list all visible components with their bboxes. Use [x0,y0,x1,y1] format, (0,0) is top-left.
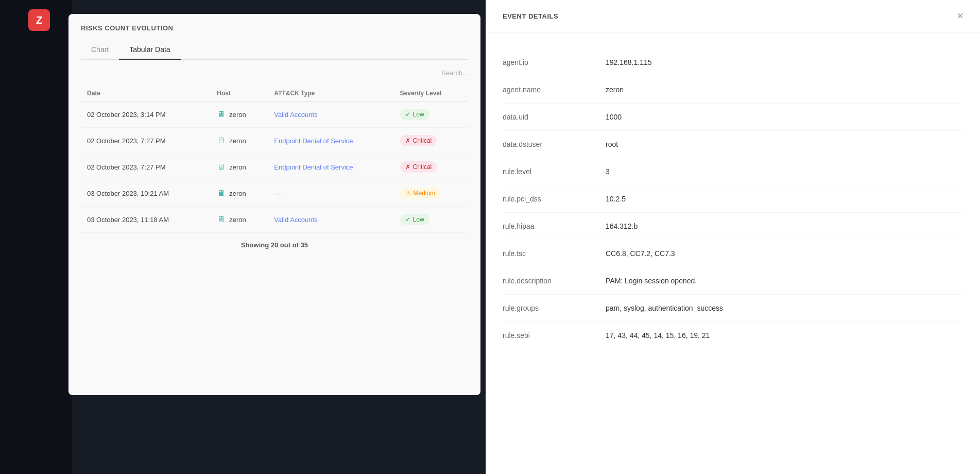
severity-label: Low [413,111,424,118]
cell-date: 02 October 2023, 3:14 PM [81,101,211,128]
detail-row: rule.pci_dss 10.2.5 [503,185,964,213]
detail-value: 10.2.5 [606,195,964,203]
monitor-icon: 🖥 [217,215,225,224]
event-panel-title: EVENT DETAILS [503,12,558,20]
col-host: Host [211,86,268,101]
detail-row: agent.name zeron [503,76,964,104]
host-name: zeron [229,111,246,118]
severity-label: Medium [414,190,436,197]
detail-label: agent.ip [503,58,606,66]
table-footer: Showing 20 out of 35 [68,233,480,257]
cell-severity: ✓ Low [394,207,468,233]
table-row[interactable]: 02 October 2023, 3:14 PM 🖥 zeron Valid A… [81,101,468,128]
detail-label: rule.pci_dss [503,195,606,203]
detail-label: rule.sebi [503,331,606,340]
cell-attack-type[interactable]: Valid Accounts [268,101,393,128]
host-name: zeron [229,216,246,224]
cell-host: 🖥 zeron [211,207,268,233]
monitor-icon: 🖥 [217,189,225,198]
detail-value: 164.312.b [606,222,964,230]
severity-icon: ✓ [405,216,410,223]
cell-severity: ✗ Critical [394,128,468,154]
severity-label: Critical [413,163,432,171]
tab-chart[interactable]: Chart [81,40,119,60]
severity-badge: ⚠ Medium [400,188,441,199]
event-panel-header: EVENT DETAILS × [486,0,980,32]
table-row[interactable]: 02 October 2023, 7:27 PM 🖥 zeron Endpoin… [81,154,468,180]
detail-value: CC6.8, CC7.2, CC7.3 [606,249,964,258]
detail-label: rule.hipaa [503,222,606,230]
cell-host: 🖥 zeron [211,101,268,128]
cell-host: 🖥 zeron [211,180,268,207]
detail-row: rule.description PAM: Login session open… [503,267,964,295]
detail-row: data.dstuser root [503,131,964,158]
close-button[interactable]: × [957,10,964,22]
detail-value: 17, 43, 44, 45, 14, 15, 16, 19, 21 [606,331,964,340]
detail-row: rule.level 3 [503,158,964,185]
cell-date: 02 October 2023, 7:27 PM [81,154,211,180]
detail-row: agent.ip 192.168.1.115 [503,49,964,76]
tab-tabular-data[interactable]: Tabular Data [119,40,180,60]
cell-attack-type[interactable]: Valid Accounts [268,207,393,233]
tabs-container: Chart Tabular Data [81,40,468,60]
severity-badge: ✓ Low [400,214,429,225]
cell-severity: ✓ Low [394,101,468,128]
detail-value: 1000 [606,113,964,121]
severity-icon: ✓ [405,111,410,118]
severity-icon: ✗ [405,137,410,144]
search-label: Search... [441,69,468,77]
detail-label: rule.description [503,277,606,285]
col-attack-type: ATT&CK Type [268,86,393,101]
detail-label: data.uid [503,113,606,121]
data-table: Date Host ATT&CK Type Severity Level 02 … [81,86,468,233]
table-row[interactable]: 03 October 2023, 11:18 AM 🖥 zeron Valid … [81,207,468,233]
severity-label: Low [413,216,424,223]
detail-label: data.dstuser [503,140,606,148]
detail-label: rule.groups [503,304,606,312]
modal-title: RISKS COUNT EVOLUTION [81,24,468,32]
col-severity: Severity Level [394,86,468,101]
event-details-panel: EVENT DETAILS × agent.ip 192.168.1.115 a… [486,0,980,474]
detail-value: root [606,140,964,148]
host-name: zeron [229,190,246,197]
detail-row: rule.groups pam, syslog, authentication_… [503,295,964,322]
detail-row: rule.tsc CC6.8, CC7.2, CC7.3 [503,240,964,267]
app-logo: Z [28,9,50,31]
table-container: Date Host ATT&CK Type Severity Level 02 … [68,86,480,233]
attack-type-link[interactable]: Endpoint Denial of Service [274,163,353,171]
risks-modal: RISKS COUNT EVOLUTION Chart Tabular Data… [68,14,480,395]
detail-label: rule.level [503,167,606,176]
cell-severity: ✗ Critical [394,154,468,180]
detail-value: PAM: Login session opened. [606,277,964,285]
severity-icon: ⚠ [405,190,411,197]
detail-value: 192.168.1.115 [606,58,964,66]
detail-label: agent.name [503,86,606,94]
detail-value: 3 [606,167,964,176]
cell-attack-type: --- [268,180,393,207]
detail-row: rule.sebi 17, 43, 44, 45, 14, 15, 16, 19… [503,322,964,349]
cell-severity: ⚠ Medium [394,180,468,207]
severity-badge: ✗ Critical [400,135,437,146]
cell-host: 🖥 zeron [211,128,268,154]
cell-attack-type[interactable]: Endpoint Denial of Service [268,154,393,180]
cell-host: 🖥 zeron [211,154,268,180]
detail-row: rule.hipaa 164.312.b [503,213,964,240]
attack-type-link[interactable]: Valid Accounts [274,216,317,224]
col-date: Date [81,86,211,101]
modal-header: RISKS COUNT EVOLUTION Chart Tabular Data [68,14,480,60]
severity-label: Critical [413,137,432,144]
cell-date: 02 October 2023, 7:27 PM [81,128,211,154]
table-row[interactable]: 03 October 2023, 10:21 AM 🖥 zeron --- ⚠ … [81,180,468,207]
attack-type-link[interactable]: Valid Accounts [274,111,317,118]
cell-attack-type[interactable]: Endpoint Denial of Service [268,128,393,154]
monitor-icon: 🖥 [217,162,225,172]
severity-icon: ✗ [405,163,410,171]
host-name: zeron [229,137,246,145]
monitor-icon: 🖥 [217,136,225,145]
table-row[interactable]: 02 October 2023, 7:27 PM 🖥 zeron Endpoin… [81,128,468,154]
attack-type-link[interactable]: Endpoint Denial of Service [274,137,353,145]
host-name: zeron [229,163,246,171]
detail-label: rule.tsc [503,249,606,258]
detail-row: data.uid 1000 [503,104,964,131]
cell-date: 03 October 2023, 10:21 AM [81,180,211,207]
